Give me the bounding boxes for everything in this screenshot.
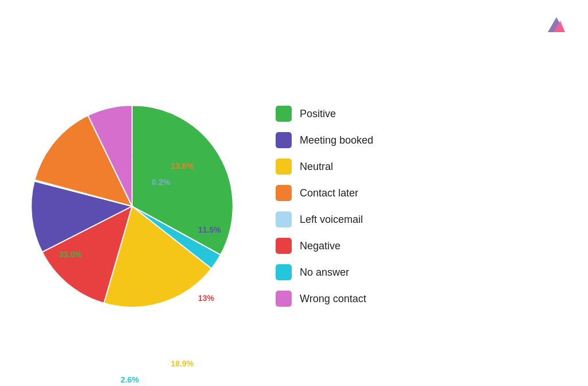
legend-label-0: Positive [300, 108, 336, 120]
page-header [23, 17, 565, 32]
legend: PositiveMeeting bookedNeutralContact lat… [276, 106, 565, 307]
legend-color-1 [276, 132, 292, 148]
legend-label-3: Contact later [300, 187, 358, 199]
legend-color-3 [276, 185, 292, 201]
legend-label-5: Negative [300, 240, 341, 252]
legend-item-2: Neutral [276, 159, 565, 175]
pie-chart [23, 97, 241, 315]
legend-label-4: Left voicemail [300, 214, 363, 226]
legend-label-1: Meeting booked [300, 134, 373, 146]
legend-item-3: Contact later [276, 185, 565, 201]
pie-label-1: 2.6% [121, 375, 139, 384]
legend-color-4 [276, 211, 292, 227]
legend-item-7: Wrong contact [276, 291, 565, 307]
legend-color-7 [276, 291, 292, 307]
legend-label-7: Wrong contact [300, 293, 366, 305]
chart-container: 33.0%2.6%18.9%13%11.5%0.2%13.6%7.2% [23, 97, 241, 315]
legend-item-0: Positive [276, 106, 565, 122]
legend-color-2 [276, 159, 292, 175]
legend-item-1: Meeting booked [276, 132, 565, 148]
legend-color-6 [276, 264, 292, 280]
legend-color-5 [276, 238, 292, 254]
legend-label-2: Neutral [300, 161, 333, 173]
legend-item-5: Negative [276, 238, 565, 254]
pie-label-2: 18.9% [171, 359, 194, 368]
legend-color-0 [276, 106, 292, 122]
logo [547, 17, 565, 32]
main-content: 33.0%2.6%18.9%13%11.5%0.2%13.6%7.2% Posi… [23, 44, 565, 369]
legend-item-4: Left voicemail [276, 211, 565, 227]
legend-item-6: No answer [276, 264, 565, 280]
legend-label-6: No answer [300, 267, 349, 279]
